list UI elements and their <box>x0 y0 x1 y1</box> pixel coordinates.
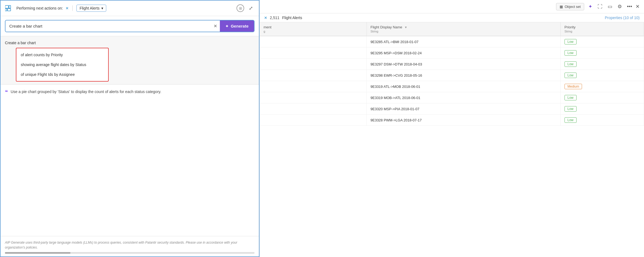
suggestion-header: Create a bar chart <box>5 39 255 48</box>
svg-rect-2 <box>5 9 7 11</box>
close-right-btn[interactable]: ✕ <box>636 4 640 10</box>
header-bar: Performing next actions on: ✕ Flight Ale… <box>1 1 259 16</box>
expand-button[interactable]: ⤢ <box>247 4 255 12</box>
right-panel: ▦ Object set ✦ ⛶ ▭ ⚙ ••• ✕ ✕ 2,511 Fligh… <box>259 0 644 257</box>
priority-badge: Low <box>565 73 577 78</box>
sort-icon[interactable]: ▼ <box>404 26 407 29</box>
quote-text: Use a pie chart grouped by 'Status' to d… <box>11 89 161 95</box>
table-header-row: ment g Flight Display Name ▼ String Prio… <box>260 22 644 36</box>
monitor-icon: ▭ <box>608 4 612 10</box>
cell-assignment <box>260 115 367 126</box>
more-icon: ••• <box>627 4 632 10</box>
cell-assignment <box>260 70 367 81</box>
sparkle-right-icon: ✦ <box>588 4 592 10</box>
expand-icon: ⤢ <box>249 5 253 11</box>
object-set-icon: ▦ <box>560 5 563 9</box>
cell-priority: Low <box>560 36 644 47</box>
suggestions-container: Create a bar chart of alert counts by Pr… <box>1 36 259 85</box>
table-row: 9E3319 ATL->MOB 2018-06-01Medium <box>260 81 644 92</box>
priority-badge: Low <box>565 95 577 100</box>
scrollbar[interactable] <box>5 252 255 254</box>
x-icon-blue: ✕ <box>66 6 69 10</box>
table-container: ment g Flight Display Name ▼ String Prio… <box>260 22 644 257</box>
generate-label: Generate <box>231 24 249 28</box>
svg-rect-1 <box>9 5 11 8</box>
priority-badge: Medium <box>565 84 582 89</box>
cell-assignment <box>260 81 367 92</box>
flight-alerts-right-label: Flight Alerts <box>282 16 302 20</box>
cell-flight-name: 9E3320 MSP->PIA 2018-01-07 <box>367 103 560 115</box>
cell-priority: Low <box>560 92 644 103</box>
col-assignment-label: ment <box>264 25 271 29</box>
priority-badge: Low <box>565 39 577 44</box>
cell-flight-name: 9E3319 ATL->MOB 2018-06-01 <box>367 81 560 92</box>
clear-icon: ✕ <box>214 23 217 29</box>
quote-icon: ❝ <box>5 89 8 95</box>
logo-icon <box>5 4 14 13</box>
chevron-down-icon: ▾ <box>101 6 103 10</box>
footer-disclaimer: AIP Generate uses third-party large lang… <box>5 240 255 250</box>
cell-flight-name: 9E3298 EWR->CVG 2018-05-16 <box>367 70 560 81</box>
more-btn[interactable]: ••• <box>626 3 633 10</box>
generate-button[interactable]: ✦ Generate <box>220 20 254 32</box>
table-row: 9E3297 DSM->DTW 2018-04-03Low <box>260 59 644 70</box>
fullscreen-icon: ⛶ <box>598 4 602 10</box>
data-table: ment g Flight Display Name ▼ String Prio… <box>260 22 644 126</box>
priority-badge: Low <box>565 106 577 112</box>
flight-alerts-label: Flight Alerts <box>79 6 99 10</box>
monitor-btn[interactable]: ▭ <box>606 3 614 10</box>
cell-priority: Medium <box>560 81 644 92</box>
scrollbar-thumb <box>5 252 70 254</box>
cell-flight-name: 9E3295 MSP->DSM 2018-02-24 <box>367 47 560 59</box>
table-row: 9E3328 PWM->LGA 2018-07-17Low <box>260 115 644 126</box>
flight-alerts-button[interactable]: Flight Alerts ▾ <box>76 5 106 12</box>
suggestion-option-2[interactable]: showing average flight dates by Status <box>16 60 108 70</box>
cell-assignment <box>260 47 367 59</box>
svg-rect-3 <box>7 9 11 11</box>
suggestion-option-1[interactable]: of alert counts by Priority <box>16 50 108 60</box>
suggestion-options-box: of alert counts by Priority showing aver… <box>16 48 109 82</box>
panel-footer: AIP Generate uses third-party large lang… <box>1 236 259 256</box>
svg-rect-0 <box>5 5 8 8</box>
sub-header: ✕ 2,511 Flight Alerts Properties (10 of … <box>260 13 644 22</box>
gear-btn[interactable]: ⚙ <box>616 3 624 10</box>
cell-priority: Low <box>560 70 644 81</box>
performing-text: Performing next actions on: <box>16 6 63 10</box>
fullscreen-btn[interactable]: ⛶ <box>596 3 604 10</box>
gear-icon: ⚙ <box>618 4 622 10</box>
table-row: 9E3295 MSP->DSM 2018-02-24Low <box>260 47 644 59</box>
close-circle-button[interactable]: ⊗ <box>237 4 244 12</box>
cell-assignment <box>260 92 367 103</box>
separator <box>72 5 73 11</box>
suggestion-option-3[interactable]: of unique Flight Ids by Assignee <box>16 70 108 79</box>
quote-suggestion: ❝ Use a pie chart grouped by 'Status' to… <box>1 85 259 99</box>
table-row: 9E3319 MOB->ATL 2018-06-01Low <box>260 92 644 103</box>
priority-badge: Low <box>565 50 577 56</box>
col-priority: Priority String <box>560 22 644 36</box>
priority-badge: Low <box>565 61 577 67</box>
object-set-label: Object set <box>565 5 581 9</box>
table-row: 9E3285 ATL->BMI 2018-01-07Low <box>260 36 644 47</box>
cell-priority: Low <box>560 115 644 126</box>
x-icon-count: ✕ <box>264 16 267 20</box>
cell-priority: Low <box>560 59 644 70</box>
search-input[interactable] <box>5 20 211 32</box>
table-row: 9E3320 MSP->PIA 2018-01-07Low <box>260 103 644 115</box>
count-value: 2,511 <box>270 16 279 20</box>
cell-assignment <box>260 103 367 115</box>
col-flight-display: Flight Display Name ▼ String <box>367 22 560 36</box>
clear-button[interactable]: ✕ <box>211 21 220 31</box>
cell-flight-name: 9E3319 MOB->ATL 2018-06-01 <box>367 92 560 103</box>
search-row: ✕ ✦ Generate <box>5 20 255 32</box>
left-panel: Performing next actions on: ✕ Flight Ale… <box>0 0 259 257</box>
object-set-button[interactable]: ▦ Object set <box>556 3 584 10</box>
sparkle-icon: ✦ <box>225 24 229 28</box>
cell-flight-name: 9E3285 ATL->BMI 2018-01-07 <box>367 36 560 47</box>
cell-assignment <box>260 59 367 70</box>
sparkle-btn[interactable]: ✦ <box>586 3 594 10</box>
table-body: 9E3285 ATL->BMI 2018-01-07Low9E3295 MSP-… <box>260 36 644 126</box>
right-header: ▦ Object set ✦ ⛶ ▭ ⚙ ••• ✕ <box>260 0 644 13</box>
cell-priority: Low <box>560 103 644 115</box>
col-flight-label: Flight Display Name <box>371 25 402 29</box>
properties-link[interactable]: Properties (10 of 10) <box>605 16 640 20</box>
